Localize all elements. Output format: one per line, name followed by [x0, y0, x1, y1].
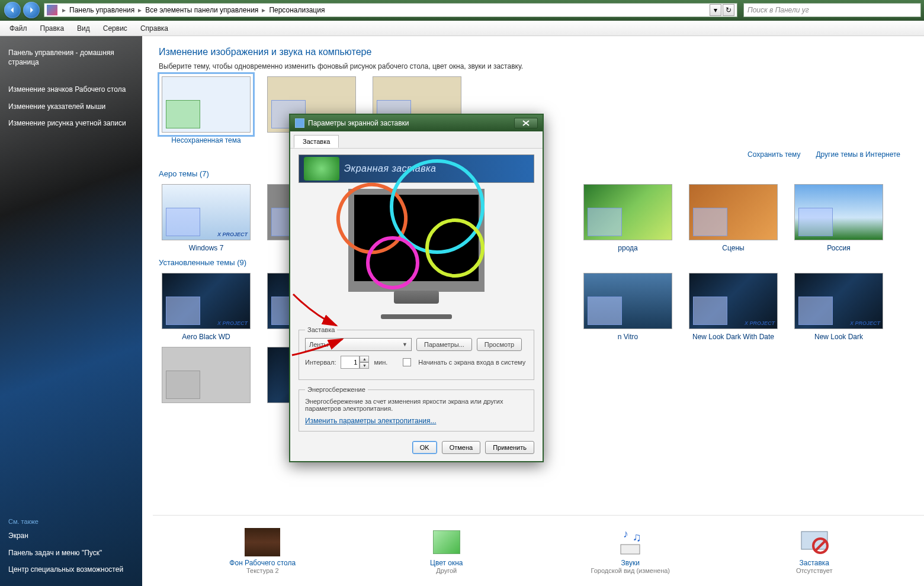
address-bar[interactable]: ▸ Панель управления ▸ Все элементы панел…: [44, 3, 737, 17]
theme-thumb: [162, 347, 251, 403]
logon-checkbox[interactable]: [403, 358, 411, 366]
menu-file[interactable]: Файл: [4, 22, 33, 34]
screensaver-legend: Заставка: [305, 326, 337, 333]
theme-label: Россия: [791, 244, 886, 252]
screensaver-select[interactable]: Ленты ▼: [305, 338, 412, 351]
spinner-down-button[interactable]: ▼: [360, 362, 369, 369]
breadcrumb-control-panel[interactable]: Панель управления: [67, 6, 137, 14]
sidebar-link-account-picture[interactable]: Изменение рисунка учетной записи: [6, 115, 136, 131]
theme-item[interactable]: Несохраненная тема: [159, 76, 254, 144]
svg-text:♫: ♫: [633, 530, 641, 543]
menu-edit[interactable]: Правка: [34, 22, 70, 34]
sidebar-see-also-taskbar[interactable]: Панель задач и меню "Пуск": [6, 545, 136, 561]
theme-label: New Look Dark With Date: [686, 333, 781, 341]
bottom-label: Фон Рабочего стола: [197, 559, 328, 567]
theme-thumb: X PROJECT: [162, 184, 251, 240]
bottom-window-color[interactable]: Цвет окна Другой: [381, 528, 512, 574]
sidebar-link-desktop-icons[interactable]: Изменение значков Рабочего стола: [6, 81, 136, 98]
power-text: Энергосбережение за счет изменения яркос…: [305, 398, 528, 412]
window-color-icon: [429, 528, 464, 556]
menu-tools[interactable]: Сервис: [97, 22, 133, 34]
bottom-sub: Текстура 2: [197, 567, 328, 574]
more-themes-link[interactable]: Другие темы в Интернете: [816, 150, 900, 159]
theme-label: Windows 7: [159, 244, 254, 252]
params-button[interactable]: Параметры...: [416, 338, 472, 351]
theme-item[interactable]: ррода: [580, 184, 675, 252]
interval-input[interactable]: [341, 356, 360, 369]
screensaver-select-value: Ленты: [309, 341, 328, 348]
theme-item[interactable]: n Vitro: [580, 273, 675, 341]
theme-thumb: X PROJECT: [162, 273, 251, 329]
theme-thumb: [583, 184, 672, 240]
back-button[interactable]: [4, 2, 21, 18]
address-dropdown-button[interactable]: ▾: [710, 4, 721, 16]
sidebar-see-also-header: См. также: [6, 516, 136, 527]
sidebar: Панель управления - домашняя страница Из…: [0, 36, 142, 586]
svg-rect-0: [621, 545, 640, 554]
interval-spinner[interactable]: ▲ ▼: [341, 356, 369, 369]
apply-button[interactable]: Применить: [485, 441, 534, 454]
svg-text:♪: ♪: [623, 528, 628, 540]
menu-view[interactable]: Вид: [71, 22, 96, 34]
bottom-label: Цвет окна: [381, 559, 512, 567]
bottom-label: Заставка: [749, 559, 880, 567]
logon-checkbox-label: Начинать с экрана входа в систему: [418, 359, 525, 366]
dialog-titlebar[interactable]: Параметры экранной заставки: [290, 115, 543, 131]
banner-icon: [304, 157, 339, 181]
screensaver-fieldset: Заставка Ленты ▼ Параметры... Просмотр И…: [299, 326, 534, 380]
interval-unit: мин.: [374, 359, 387, 366]
forward-button[interactable]: [23, 2, 40, 18]
menu-bar: Файл Правка Вид Сервис Справка: [0, 21, 924, 36]
theme-item[interactable]: Россия: [791, 184, 886, 252]
theme-item[interactable]: X PROJECTNew Look Dark: [791, 273, 886, 341]
sidebar-home[interactable]: Панель управления - домашняя страница: [6, 44, 136, 70]
bottom-sub: Другой: [381, 567, 512, 574]
preview-monitor: [348, 189, 485, 292]
interval-label: Интервал:: [305, 359, 336, 366]
theme-label: New Look Dark: [791, 333, 886, 341]
sidebar-see-also-display[interactable]: Экран: [6, 527, 136, 544]
chevron-down-icon: ▼: [402, 342, 408, 347]
bottom-screensaver[interactable]: Заставка Отсутствует: [749, 528, 880, 574]
theme-item[interactable]: Сцены: [686, 184, 781, 252]
theme-label: Несохраненная тема: [159, 136, 254, 144]
breadcrumb-personalization[interactable]: Персонализация: [267, 6, 327, 14]
preview-button[interactable]: Просмотр: [477, 338, 522, 351]
theme-item[interactable]: X PROJECTWindows 7: [159, 184, 254, 252]
theme-item[interactable]: X PROJECTAero Black WD: [159, 273, 254, 341]
theme-label: ррода: [580, 244, 675, 252]
save-theme-link[interactable]: Сохранить тему: [747, 150, 800, 159]
cancel-button[interactable]: Отмена: [442, 441, 480, 454]
nav-bar: ▸ Панель управления ▸ Все элементы панел…: [0, 0, 924, 21]
menu-help[interactable]: Справка: [134, 22, 174, 34]
page-description: Выберите тему, чтобы одновременно измени…: [159, 62, 907, 70]
theme-thumb: X PROJECT: [794, 273, 883, 329]
spinner-up-button[interactable]: ▲: [360, 356, 369, 362]
dialog-close-button[interactable]: [514, 118, 538, 128]
theme-item[interactable]: X PROJECTNew Look Dark With Date: [686, 273, 781, 341]
power-settings-link[interactable]: Изменить параметры электропитания...: [305, 417, 436, 425]
power-legend: Энергосбережение: [305, 386, 368, 393]
ok-button[interactable]: OK: [412, 441, 437, 454]
theme-thumb: [162, 76, 251, 133]
theme-label: n Vitro: [580, 333, 675, 341]
sidebar-see-also-ease[interactable]: Центр специальных возможностей: [6, 561, 136, 578]
address-icon: [47, 5, 57, 15]
bottom-desktop-bg[interactable]: Фон Рабочего стола Текстура 2: [197, 528, 328, 574]
search-input[interactable]: Поиск в Панели уг: [743, 3, 921, 17]
page-title: Изменение изображения и звука на компьют…: [159, 47, 907, 57]
breadcrumb-all-items[interactable]: Все элементы панели управления: [143, 6, 261, 14]
theme-item[interactable]: [159, 347, 254, 407]
theme-label: Aero Black WD: [159, 333, 254, 341]
tab-screensaver[interactable]: Заставка: [294, 135, 339, 148]
bottom-sub: Отсутствует: [749, 567, 880, 574]
screensaver-icon: [797, 528, 832, 556]
bottom-sounds[interactable]: ♪♫ Звуки Городской вид (изменена): [565, 528, 695, 574]
chevron-right-icon: ▸: [261, 6, 267, 14]
bottom-settings-row: Фон Рабочего стола Текстура 2 Цвет окна …: [153, 515, 924, 586]
dialog-title-text: Параметры экранной заставки: [308, 119, 409, 127]
refresh-button[interactable]: ↻: [723, 4, 734, 16]
screensaver-dialog: Параметры экранной заставки Заставка Экр…: [289, 114, 544, 462]
theme-thumb: [794, 184, 883, 240]
sidebar-link-mouse-pointers[interactable]: Изменение указателей мыши: [6, 98, 136, 115]
